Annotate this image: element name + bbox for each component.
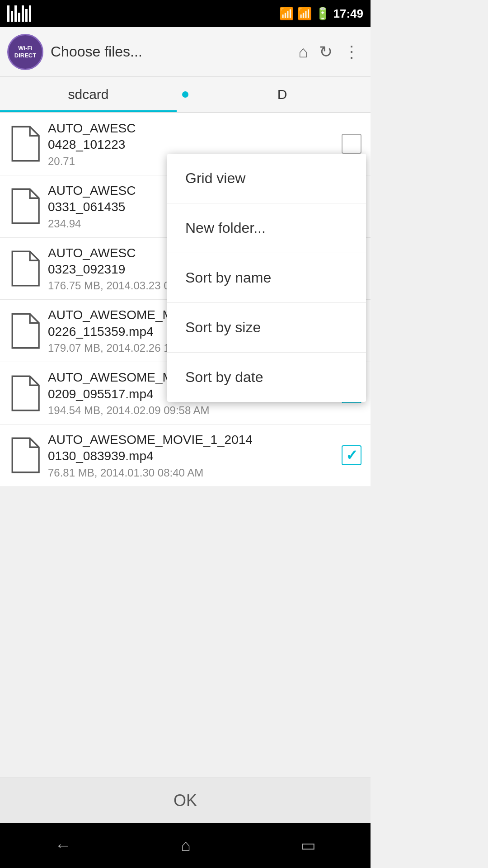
bottom-nav: ← ⌂ ▭ <box>0 823 371 868</box>
wifi-icon: 📶 <box>279 7 294 21</box>
file-icon <box>9 126 41 162</box>
file-icon <box>9 437 41 473</box>
tab-sdcard-label: sdcard <box>68 87 108 102</box>
file-icon <box>9 188 41 224</box>
menu-item-sort-by-date[interactable]: Sort by date <box>167 353 366 402</box>
back-nav-icon[interactable]: ← <box>55 836 71 855</box>
file-name: AUTO_AWESC0428_101223 <box>48 120 336 153</box>
app-bar: Wi-FiDIRECT Choose files... ⌂ ↻ ⋮ <box>0 27 371 77</box>
app-bar-actions: ⌂ ↻ ⋮ <box>298 42 360 61</box>
list-item[interactable]: AUTO_AWESOME_MOVIE_1_20140130_083939.mp4… <box>0 425 371 487</box>
barcode-icon <box>7 5 31 22</box>
status-bar: 📶 📶 🔋 17:49 <box>0 0 371 27</box>
tab-bar: sdcard D <box>0 77 371 113</box>
ok-button[interactable]: OK <box>0 778 371 823</box>
logo-text: Wi-FiDIRECT <box>14 45 36 59</box>
more-options-icon[interactable]: ⋮ <box>343 42 360 61</box>
menu-item-new-folder[interactable]: New folder... <box>167 203 366 253</box>
tab-d-label: D <box>277 87 287 102</box>
status-bar-right: 📶 📶 🔋 17:49 <box>279 7 364 21</box>
status-time: 17:49 <box>333 7 364 21</box>
menu-item-sort-by-name[interactable]: Sort by name <box>167 253 366 303</box>
tab-d[interactable]: D <box>194 77 371 112</box>
file-name: AUTO_AWESOME_MOVIE_1_20140130_083939.mp4 <box>48 432 336 465</box>
file-icon <box>9 313 41 349</box>
file-info: AUTO_AWESOME_MOVIE_1_20140130_083939.mp4… <box>48 432 336 479</box>
home-icon[interactable]: ⌂ <box>298 42 308 61</box>
content-area: sdcard D AUTO_AWESC0428_101223 20.71 <box>0 77 371 778</box>
refresh-icon[interactable]: ↻ <box>319 42 333 61</box>
app-logo: Wi-FiDIRECT <box>7 34 43 70</box>
file-checkbox[interactable] <box>342 134 361 154</box>
menu-item-grid-view[interactable]: Grid view <box>167 154 366 203</box>
status-bar-left <box>7 5 31 22</box>
tab-sdcard[interactable]: sdcard <box>0 77 177 112</box>
home-nav-icon[interactable]: ⌂ <box>181 836 191 855</box>
recent-nav-icon[interactable]: ▭ <box>300 836 316 855</box>
menu-item-sort-by-size[interactable]: Sort by size <box>167 303 366 353</box>
tab-dot <box>182 91 188 98</box>
file-icon <box>9 250 41 287</box>
dropdown-menu: Grid view New folder... Sort by name Sor… <box>167 154 366 402</box>
file-meta: 76.81 MB, 2014.01.30 08:40 AM <box>48 467 336 479</box>
file-meta: 194.54 MB, 2014.02.09 09:58 AM <box>48 404 336 417</box>
page-title: Choose files... <box>51 43 291 60</box>
file-icon <box>9 375 41 411</box>
battery-icon: 🔋 <box>315 7 330 21</box>
file-checkbox[interactable] <box>342 445 361 465</box>
signal-icon: 📶 <box>297 7 312 21</box>
ok-button-container: OK <box>0 778 371 823</box>
